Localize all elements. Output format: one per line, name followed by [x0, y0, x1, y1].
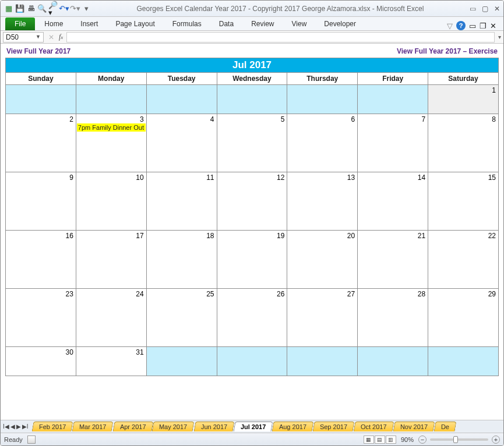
ribbon-tab-home[interactable]: Home: [36, 17, 71, 30]
ribbon-tab-review[interactable]: Review: [243, 17, 282, 30]
sheet-tab[interactable]: Oct 2017: [354, 422, 394, 431]
calendar-cell[interactable]: [428, 347, 499, 376]
calendar-cell[interactable]: 5: [217, 114, 287, 172]
calendar-cell[interactable]: 21: [358, 231, 428, 289]
expand-formula-bar-icon[interactable]: ▾: [498, 34, 501, 40]
calendar-cell[interactable]: [358, 347, 428, 376]
macro-record-icon[interactable]: [27, 436, 36, 444]
calendar-cell[interactable]: 11: [146, 172, 217, 231]
calendar-cell[interactable]: 26: [217, 289, 287, 347]
redo-icon[interactable]: ↷▾: [71, 4, 80, 13]
zoom-level[interactable]: 90%: [401, 436, 414, 443]
name-box[interactable]: D50 ▼: [3, 32, 44, 43]
ribbon-tab-insert[interactable]: Insert: [72, 17, 106, 30]
fx-icon[interactable]: fx: [59, 33, 63, 41]
close-button[interactable]: ✕: [494, 5, 500, 13]
tab-first-icon[interactable]: I◀: [3, 423, 9, 430]
tab-next-icon[interactable]: ▶: [16, 423, 21, 430]
calendar-cell[interactable]: 20: [287, 231, 358, 289]
sheet-tab[interactable]: Aug 2017: [272, 422, 314, 431]
minimize-button[interactable]: ▭: [470, 5, 476, 13]
calendar-cell[interactable]: 31: [76, 347, 146, 376]
calendar-cell[interactable]: [76, 85, 146, 114]
calendar-cell[interactable]: 2: [6, 114, 76, 172]
calendar-cell[interactable]: 6: [287, 114, 358, 172]
zoom-out-icon[interactable]: −: [418, 436, 427, 444]
calendar-cell[interactable]: 17: [76, 231, 146, 289]
calendar-cell[interactable]: 7: [358, 114, 428, 172]
calendar-cell[interactable]: [287, 85, 358, 114]
calendar-cell[interactable]: 12: [217, 172, 287, 231]
calendar-cell[interactable]: 9: [6, 172, 76, 231]
calendar-cell[interactable]: [146, 347, 217, 376]
help-icon[interactable]: ?: [456, 21, 466, 30]
calendar-cell[interactable]: 23: [6, 289, 76, 347]
ribbon-tab-view[interactable]: View: [284, 17, 315, 30]
workbook-minimize-icon[interactable]: ▭: [469, 22, 476, 30]
minimize-ribbon-icon[interactable]: ▽: [447, 22, 453, 30]
zoom-in-icon[interactable]: +: [492, 436, 500, 444]
file-tab[interactable]: File: [5, 17, 35, 30]
page-break-view-icon[interactable]: ▥: [386, 436, 396, 444]
sheet-tab[interactable]: Nov 2017: [393, 422, 435, 431]
ribbon-tab-page-layout[interactable]: Page Layout: [107, 17, 163, 30]
calendar-cell[interactable]: 1: [428, 85, 499, 114]
calendar-cell[interactable]: [217, 347, 287, 376]
view-full-year-link[interactable]: View Full Year 2017: [6, 47, 71, 55]
page-layout-view-icon[interactable]: ▤: [375, 436, 385, 444]
sheet-tab[interactable]: Jul 2017: [233, 422, 273, 431]
calendar-cell[interactable]: 30: [6, 347, 76, 376]
calendar-cell[interactable]: 37pm Family Dinner Out: [76, 114, 146, 172]
sheet-tab[interactable]: Apr 2017: [112, 422, 153, 431]
sheet-tab[interactable]: Mar 2017: [72, 422, 114, 431]
calendar-cell[interactable]: [6, 85, 76, 114]
calendar-cell[interactable]: [217, 85, 287, 114]
cancel-icon[interactable]: ✕: [47, 33, 55, 41]
zoom-track[interactable]: [430, 438, 488, 441]
sheet-tab[interactable]: Jun 2017: [193, 422, 234, 431]
normal-view-icon[interactable]: ▦: [364, 436, 374, 444]
calendar-event[interactable]: 7pm Family Dinner Out: [77, 123, 146, 132]
calendar-cell[interactable]: 16: [6, 231, 76, 289]
maximize-button[interactable]: ▢: [482, 5, 488, 13]
calendar-cell[interactable]: 19: [217, 231, 287, 289]
calendar-cell[interactable]: 29: [428, 289, 499, 347]
print-preview-icon[interactable]: 🔍: [37, 4, 47, 13]
undo-icon[interactable]: ↶▾: [59, 4, 69, 13]
calendar-cell[interactable]: 4: [146, 114, 217, 172]
name-box-dropdown-icon[interactable]: ▼: [36, 34, 41, 40]
calendar-cell[interactable]: 28: [358, 289, 428, 347]
calendar-cell[interactable]: 13: [287, 172, 358, 231]
calendar-cell[interactable]: 18: [146, 231, 217, 289]
find-icon[interactable]: 🔎▾: [48, 4, 58, 13]
calendar-cell[interactable]: [287, 347, 358, 376]
calendar-cell[interactable]: 25: [146, 289, 217, 347]
print-icon[interactable]: 🖶: [26, 4, 36, 13]
sheet-tab[interactable]: Feb 2017: [31, 422, 73, 431]
calendar-cell[interactable]: 10: [76, 172, 146, 231]
calendar-cell[interactable]: 15: [428, 172, 499, 231]
ribbon-tab-data[interactable]: Data: [211, 17, 242, 30]
formula-input[interactable]: [66, 32, 495, 43]
calendar-cell[interactable]: 22: [428, 231, 499, 289]
sheet-tab[interactable]: Sep 2017: [313, 422, 355, 431]
ribbon-tab-formulas[interactable]: Formulas: [164, 17, 210, 30]
tab-last-icon[interactable]: ▶I: [22, 423, 29, 430]
tab-prev-icon[interactable]: ◀: [10, 423, 15, 430]
sheet-tab[interactable]: De: [434, 422, 457, 431]
calendar-cell[interactable]: [358, 85, 428, 114]
workbook-restore-icon[interactable]: ❐: [480, 22, 487, 30]
zoom-thumb[interactable]: [453, 436, 458, 443]
calendar-cell[interactable]: [146, 85, 217, 114]
view-full-year-exercise-link[interactable]: View Full Year 2017 – Exercise: [397, 47, 498, 55]
sheet-tab[interactable]: May 2017: [152, 422, 195, 431]
zoom-slider[interactable]: − +: [418, 436, 500, 444]
calendar-cell[interactable]: 24: [76, 289, 146, 347]
ribbon-tab-developer[interactable]: Developer: [316, 17, 364, 30]
workbook-close-icon[interactable]: ✕: [490, 22, 496, 30]
save-icon[interactable]: 💾: [15, 4, 24, 13]
calendar-cell[interactable]: 8: [428, 114, 499, 172]
calendar-cell[interactable]: 27: [287, 289, 358, 347]
calendar-cell[interactable]: 14: [358, 172, 428, 231]
qat-customize-icon[interactable]: ▾: [82, 4, 91, 13]
